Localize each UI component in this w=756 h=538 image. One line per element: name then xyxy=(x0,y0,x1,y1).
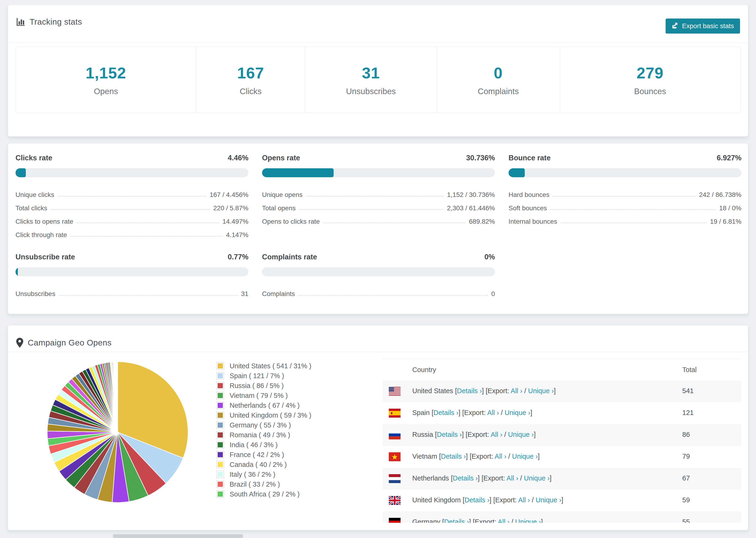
rate-progress-track xyxy=(509,168,741,177)
legend-swatch xyxy=(216,411,224,419)
legend-item-india[interactable]: India ( 46 / 3% ) xyxy=(216,440,311,450)
export-unique-link[interactable]: Unique › xyxy=(508,431,534,438)
country-cell: Netherlands [Details ›] [Export: All › /… xyxy=(412,474,552,482)
total-cell: 86 xyxy=(682,431,690,439)
export-all-link[interactable]: All › xyxy=(487,409,499,416)
export-unique-link[interactable]: Unique › xyxy=(515,518,541,523)
rate-detail-row: Click through rate4.147% xyxy=(16,225,248,239)
stat-cell-opens: 1,152Opens xyxy=(16,47,196,113)
export-all-link[interactable]: All › xyxy=(511,387,522,395)
map-pin-icon xyxy=(16,338,24,348)
legend-item-romania[interactable]: Romania ( 49 / 3% ) xyxy=(216,430,311,440)
dotted-leader xyxy=(553,196,696,196)
export-unique-link[interactable]: Unique › xyxy=(512,453,538,460)
rate-value: 0% xyxy=(484,253,495,261)
legend-item-canada[interactable]: Canada ( 40 / 2% ) xyxy=(216,459,311,469)
rate-progress-track xyxy=(262,168,495,177)
dotted-leader xyxy=(58,196,206,196)
legend-label: Russia ( 86 / 5% ) xyxy=(230,382,284,390)
legend-item-brazil[interactable]: Brazil ( 33 / 2% ) xyxy=(216,479,311,489)
rate-title: Unsubscribe rate xyxy=(16,253,75,261)
stat-value: 0 xyxy=(494,64,503,82)
rate-header: Unsubscribe rate0.77% xyxy=(16,253,248,261)
rate-value: 4.46% xyxy=(228,154,248,162)
rate-progress-fill xyxy=(509,168,525,177)
rate-detail-row: Soft bounces18 / 0% xyxy=(509,198,741,212)
export-unique-link[interactable]: Unique › xyxy=(505,409,530,416)
legend-swatch xyxy=(216,480,224,488)
stat-cell-unsubscribes: 31Unsubscribes xyxy=(305,47,437,113)
dotted-leader xyxy=(77,223,219,223)
stat-label: Clicks xyxy=(240,86,261,96)
legend-label: Brazil ( 33 / 2% ) xyxy=(230,480,280,488)
geo-table-row-vietnam: Vietnam [Details ›] [Export: All › / Uni… xyxy=(382,446,741,468)
rate-detail-value: 220 / 5.87% xyxy=(213,204,248,212)
export-unique-link[interactable]: Unique › xyxy=(528,387,554,395)
stat-value: 279 xyxy=(636,64,664,82)
dotted-leader xyxy=(298,295,488,296)
geo-header-divider xyxy=(8,352,748,352)
rate-block-clicks-rate: Clicks rate4.46%Unique clicks167 / 4.456… xyxy=(16,154,248,239)
legend-item-vietnam[interactable]: Vietnam ( 79 / 5% ) xyxy=(216,391,311,401)
rate-detail-value: 167 / 4.456% xyxy=(210,191,248,198)
legend-item-united-states[interactable]: United States ( 541 / 31% ) xyxy=(216,361,311,371)
legend-swatch xyxy=(216,471,224,478)
legend-swatch xyxy=(216,402,224,409)
rate-header: Clicks rate4.46% xyxy=(16,154,248,162)
export-all-link[interactable]: All › xyxy=(518,496,530,504)
geo-table-header-row: Country Total xyxy=(382,359,741,381)
rate-block-bounce-rate: Bounce rate6.927%Hard bounces242 / 86.73… xyxy=(509,154,741,225)
export-all-link[interactable]: All › xyxy=(507,474,518,482)
rate-progress-track xyxy=(16,267,248,276)
legend-item-france[interactable]: France ( 42 / 2% ) xyxy=(216,450,311,459)
export-unique-link[interactable]: Unique › xyxy=(524,474,550,482)
flag-icon-us xyxy=(389,387,401,396)
legend-item-russia[interactable]: Russia ( 86 / 5% ) xyxy=(216,381,311,391)
flag-icon-vn xyxy=(389,452,401,461)
legend-item-spain[interactable]: Spain ( 121 / 7% ) xyxy=(216,371,311,381)
rate-block-opens-rate: Opens rate30.736%Unique opens1,152 / 30.… xyxy=(262,154,495,225)
total-cell: 79 xyxy=(682,453,690,460)
rate-block-complaints-rate: Complaints rate0%Complaints0 xyxy=(262,253,495,297)
details-link[interactable]: Details › xyxy=(444,518,469,523)
rate-detail-label: Unsubscribes xyxy=(16,290,55,297)
rate-detail-label: Hard bounces xyxy=(509,191,549,198)
country-cell: United Kingdom [Details ›] [Export: All … xyxy=(412,496,563,504)
legend-label: India ( 46 / 3% ) xyxy=(230,441,278,449)
total-cell: 55 xyxy=(682,518,690,523)
legend-item-germany[interactable]: Germany ( 55 / 3% ) xyxy=(216,420,311,430)
legend-label: Netherlands ( 67 / 4% ) xyxy=(230,402,299,409)
rate-detail-label: Click through rate xyxy=(16,231,67,239)
export-unique-link[interactable]: Unique › xyxy=(536,496,561,504)
legend-item-netherlands[interactable]: Netherlands ( 67 / 4% ) xyxy=(216,401,311,410)
stats-summary-panel: 1,152Opens167Clicks31Unsubscribes0Compla… xyxy=(16,47,740,113)
export-all-link[interactable]: All › xyxy=(495,453,507,460)
legend-item-south-africa[interactable]: South Africa ( 29 / 2% ) xyxy=(216,489,311,499)
details-link[interactable]: Details › xyxy=(437,431,462,438)
legend-label: Romania ( 49 / 3% ) xyxy=(230,431,290,439)
details-link[interactable]: Details › xyxy=(441,453,466,460)
details-link[interactable]: Details › xyxy=(453,474,478,482)
details-link[interactable]: Details › xyxy=(433,409,458,416)
rate-detail-row: Clicks to opens rate14.497% xyxy=(16,212,248,225)
legend-label: United States ( 541 / 31% ) xyxy=(230,362,311,370)
column-header-country: Country xyxy=(412,366,436,374)
geo-title: Campaign Geo Opens xyxy=(28,338,112,348)
details-link[interactable]: Details › xyxy=(464,496,489,504)
legend-swatch xyxy=(216,392,224,399)
rate-detail-label: Soft bounces xyxy=(509,204,547,212)
legend-item-italy[interactable]: Italy ( 36 / 2% ) xyxy=(216,469,311,479)
export-all-link[interactable]: All › xyxy=(498,518,510,523)
details-link[interactable]: Details › xyxy=(457,387,482,395)
geo-country-table: Country Total United States [Details ›] … xyxy=(382,359,741,523)
legend-item-united-kingdom[interactable]: United Kingdom ( 59 / 3% ) xyxy=(216,410,311,420)
export-basic-stats-button[interactable]: Export basic stats xyxy=(666,19,740,33)
rate-detail-row: Total opens2,303 / 61.446% xyxy=(262,198,495,212)
geo-table-row-spain: Spain [Details ›] [Export: All › / Uniqu… xyxy=(382,402,741,424)
geo-table-row-russia: Russia [Details ›] [Export: All › / Uniq… xyxy=(382,424,741,446)
total-cell: 121 xyxy=(682,409,693,417)
export-all-link[interactable]: All › xyxy=(491,431,503,438)
horizontal-scrollbar-thumb[interactable] xyxy=(113,534,243,538)
legend-label: Vietnam ( 79 / 5% ) xyxy=(230,392,288,400)
rate-detail-row: Hard bounces242 / 86.738% xyxy=(509,185,741,198)
